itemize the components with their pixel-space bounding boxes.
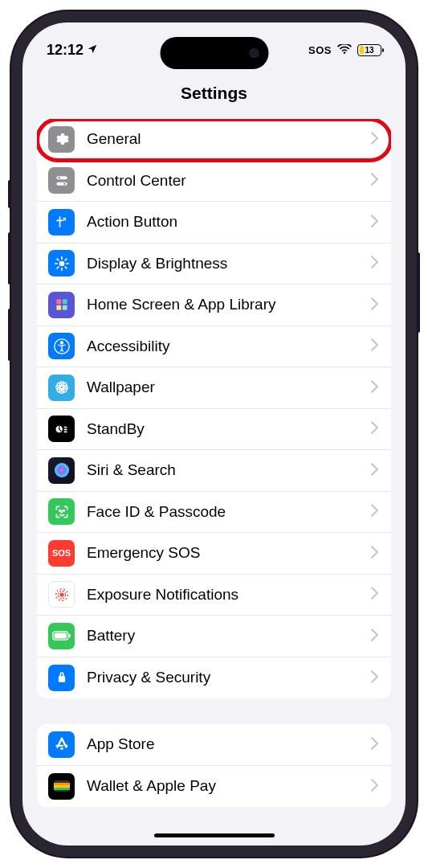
home-screen-icon bbox=[48, 292, 75, 318]
status-time: 12:12 bbox=[47, 42, 84, 59]
battery-icon bbox=[48, 623, 75, 649]
phone-frame: 12:12 SOS 13 Settings GeneralControl Cen bbox=[11, 11, 417, 857]
chevron-right-icon bbox=[371, 461, 378, 480]
chevron-right-icon bbox=[371, 669, 378, 687]
row-label: Privacy & Security bbox=[87, 669, 371, 686]
settings-row-display[interactable]: Display & Brightness bbox=[37, 244, 391, 285]
battery-icon: 13 bbox=[357, 44, 381, 56]
svg-rect-35 bbox=[54, 785, 70, 788]
row-label: Wallet & Apple Pay bbox=[87, 777, 371, 795]
settings-row-sos[interactable]: SOSEmergency SOS bbox=[37, 533, 391, 575]
settings-row-exposure[interactable]: Exposure Notifications bbox=[37, 575, 391, 616]
svg-rect-6 bbox=[62, 300, 67, 305]
row-label: Accessibility bbox=[87, 338, 371, 355]
settings-row-accessibility[interactable]: Accessibility bbox=[37, 326, 391, 368]
location-arrow-icon bbox=[87, 42, 98, 59]
standby-icon bbox=[48, 416, 75, 442]
row-label: Battery bbox=[87, 627, 371, 645]
wallet-icon bbox=[48, 773, 75, 800]
chevron-right-icon bbox=[371, 585, 378, 604]
settings-row-battery[interactable]: Battery bbox=[37, 616, 391, 657]
svg-point-27 bbox=[60, 593, 63, 596]
row-label: General bbox=[87, 130, 371, 148]
chevron-right-icon bbox=[371, 296, 378, 314]
privacy-icon bbox=[48, 665, 75, 691]
settings-group-2: App StoreWallet & Apple Pay bbox=[37, 724, 391, 807]
row-label: StandBy bbox=[87, 420, 371, 438]
settings-row-siri[interactable]: Siri & Search bbox=[37, 450, 391, 492]
settings-content[interactable]: GeneralControl CenterAction ButtonDispla… bbox=[22, 119, 406, 845]
home-indicator[interactable] bbox=[154, 833, 275, 837]
settings-row-appstore[interactable]: App Store bbox=[37, 724, 391, 766]
settings-row-faceid[interactable]: Face ID & Passcode bbox=[37, 492, 391, 534]
settings-row-control-center[interactable]: Control Center bbox=[37, 161, 391, 203]
svg-point-10 bbox=[60, 342, 63, 344]
action-button-icon bbox=[48, 209, 75, 235]
svg-rect-32 bbox=[68, 634, 70, 637]
dynamic-island bbox=[160, 37, 268, 69]
svg-rect-5 bbox=[56, 300, 61, 305]
svg-rect-36 bbox=[54, 788, 70, 790]
row-label: Emergency SOS bbox=[87, 544, 371, 562]
page-header: Settings bbox=[22, 71, 406, 119]
svg-rect-23 bbox=[63, 431, 67, 432]
svg-point-24 bbox=[55, 463, 69, 477]
control-center-icon bbox=[48, 167, 75, 194]
settings-row-wallpaper[interactable]: Wallpaper bbox=[37, 367, 391, 409]
accessibility-icon bbox=[48, 333, 75, 359]
svg-rect-34 bbox=[54, 783, 70, 785]
phone-power-button bbox=[417, 252, 420, 333]
siri-icon bbox=[48, 457, 75, 484]
svg-point-3 bbox=[63, 182, 66, 185]
phone-side-buttons bbox=[8, 180, 11, 385]
settings-row-general[interactable]: General bbox=[37, 119, 391, 161]
chevron-right-icon bbox=[371, 130, 378, 149]
svg-point-25 bbox=[59, 510, 60, 511]
svg-point-26 bbox=[63, 510, 64, 511]
appstore-icon bbox=[48, 731, 75, 758]
row-label: Face ID & Passcode bbox=[87, 503, 371, 521]
chevron-right-icon bbox=[371, 254, 378, 272]
settings-row-privacy[interactable]: Privacy & Security bbox=[37, 657, 391, 699]
screen: 12:12 SOS 13 Settings GeneralControl Cen bbox=[22, 23, 406, 845]
row-label: Home Screen & App Library bbox=[87, 296, 371, 313]
chevron-right-icon bbox=[371, 379, 378, 397]
settings-group-1: GeneralControl CenterAction ButtonDispla… bbox=[37, 119, 391, 698]
row-label: Exposure Notifications bbox=[87, 586, 371, 604]
svg-point-2 bbox=[58, 177, 60, 179]
svg-rect-22 bbox=[63, 428, 67, 430]
display-icon bbox=[48, 250, 75, 276]
settings-row-wallet[interactable]: Wallet & Apple Pay bbox=[37, 766, 391, 808]
chevron-right-icon bbox=[371, 627, 378, 645]
chevron-right-icon bbox=[371, 777, 378, 796]
row-label: Siri & Search bbox=[87, 461, 371, 479]
svg-rect-21 bbox=[63, 426, 67, 428]
chevron-right-icon bbox=[371, 502, 378, 521]
chevron-right-icon bbox=[371, 213, 378, 231]
settings-row-home-screen[interactable]: Home Screen & App Library bbox=[37, 285, 391, 326]
battery-level: 13 bbox=[365, 46, 373, 55]
svg-rect-0 bbox=[56, 176, 67, 179]
row-label: App Store bbox=[87, 735, 371, 753]
wallpaper-icon bbox=[48, 375, 75, 401]
sos-icon: SOS bbox=[48, 540, 75, 567]
chevron-right-icon bbox=[371, 420, 378, 438]
faceid-icon bbox=[48, 498, 75, 525]
exposure-icon bbox=[48, 581, 75, 608]
wifi-icon bbox=[337, 44, 352, 55]
general-icon bbox=[48, 126, 75, 153]
svg-rect-7 bbox=[56, 305, 61, 310]
settings-row-action-button[interactable]: Action Button bbox=[37, 202, 391, 244]
chevron-right-icon bbox=[371, 735, 378, 754]
svg-rect-1 bbox=[56, 182, 67, 185]
row-label: Display & Brightness bbox=[87, 255, 371, 272]
chevron-right-icon bbox=[371, 171, 378, 190]
row-label: Action Button bbox=[87, 213, 371, 231]
svg-rect-31 bbox=[54, 633, 66, 639]
settings-row-standby[interactable]: StandBy bbox=[37, 409, 391, 451]
svg-point-4 bbox=[59, 260, 64, 266]
svg-rect-8 bbox=[62, 305, 67, 310]
row-label: Control Center bbox=[87, 172, 371, 190]
page-title: Settings bbox=[22, 84, 406, 103]
chevron-right-icon bbox=[371, 337, 378, 355]
